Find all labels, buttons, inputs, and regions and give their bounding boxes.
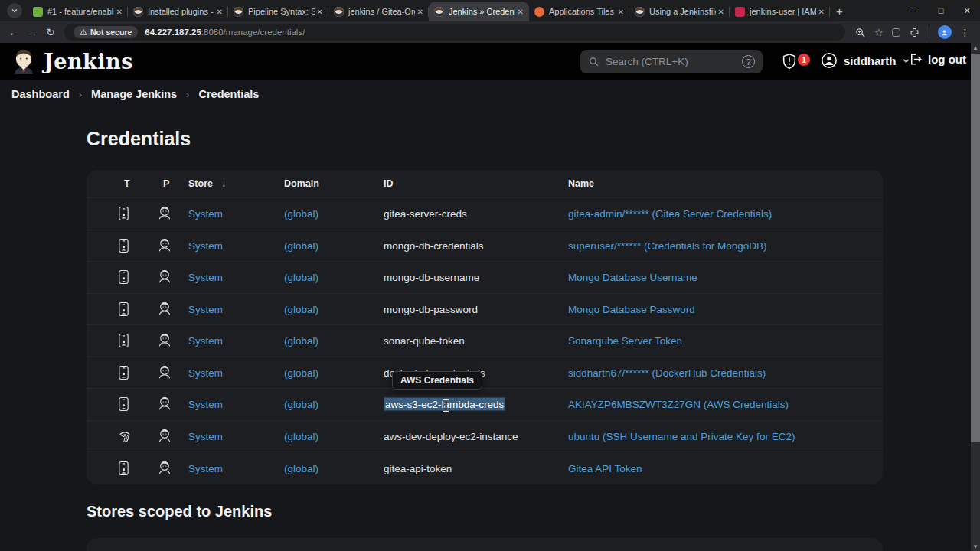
credential-id[interactable]: aws-dev-deploy-ec2-instance (384, 430, 518, 442)
column-header-provider[interactable]: P (163, 178, 169, 189)
store-link[interactable]: System (188, 335, 223, 347)
user-menu[interactable]: siddharth (821, 52, 910, 69)
scrollbar-thumb[interactable] (971, 54, 980, 442)
column-header-type[interactable]: T (124, 178, 130, 189)
tab-close-icon[interactable]: ✕ (116, 8, 122, 16)
tab-close-icon[interactable]: ✕ (618, 8, 624, 16)
store-link[interactable]: System (188, 462, 223, 474)
aws-favicon-icon (735, 7, 745, 17)
url-text: 64.227.187.25:8080/manage/credentials/ (145, 28, 305, 37)
back-button[interactable]: ← (5, 26, 23, 38)
browser-tab[interactable]: Pipeline Syntax: Snippet G ✕ (228, 2, 328, 21)
store-link[interactable]: System (188, 272, 223, 283)
page-scrollbar[interactable]: ▲ ▼ (971, 43, 980, 551)
domain-link[interactable]: (global) (284, 303, 318, 315)
domain-link[interactable]: (global) (284, 399, 318, 410)
breadcrumb-dashboard[interactable]: Dashboard (11, 88, 70, 100)
argo-favicon-icon (534, 7, 544, 17)
domain-link[interactable]: (global) (284, 462, 318, 474)
close-button[interactable]: ✕ (954, 6, 980, 16)
security-chip[interactable]: Not secure (74, 26, 138, 38)
browser-tab[interactable]: Applications Tiles - Argo ✕ (529, 2, 629, 21)
credential-name-link[interactable]: Mongo Database Password (568, 303, 695, 315)
toolbar-divider (929, 27, 929, 37)
tooltip-text: AWS Credentials (400, 375, 474, 386)
store-link[interactable]: System (188, 399, 223, 410)
security-label: Not secure (90, 28, 132, 37)
table-row: System (global) mongo-db-password Mongo … (87, 294, 883, 326)
logout-button[interactable]: log out (908, 52, 966, 67)
column-header-store[interactable]: Store (188, 178, 213, 189)
profile-avatar[interactable] (938, 25, 952, 39)
new-tab-button[interactable]: + (836, 5, 843, 18)
credential-id[interactable]: gitea-server-creds (384, 208, 467, 220)
store-link[interactable]: System (188, 430, 223, 442)
credential-name-link[interactable]: AKIAYZP6MBSZWT3Z27GN (AWS Credentials) (568, 399, 789, 410)
credential-name-link[interactable]: ubuntu (SSH Username and Private Key for… (568, 430, 795, 442)
domain-link[interactable]: (global) (284, 208, 318, 220)
usercard-credential-icon (117, 364, 130, 380)
domain-link[interactable]: (global) (284, 240, 318, 251)
browser-tab[interactable]: jenkins-user | IAM | Globa ✕ (730, 2, 830, 21)
credential-id[interactable]: gitea-api-token (384, 462, 452, 474)
browser-tab[interactable]: Installed plugins - Plugins ✕ (128, 2, 228, 21)
jenkins-header: Jenkins Search (CTRL+K) ? 1 siddharth lo… (0, 43, 971, 80)
usercard-credential-icon (117, 333, 130, 349)
notifications-button[interactable]: 1 (781, 52, 812, 70)
browser-tab[interactable]: jenkins / Gitea-Organizat ✕ (328, 2, 429, 21)
domain-link[interactable]: (global) (284, 335, 318, 347)
scroll-down-icon[interactable]: ▼ (971, 542, 980, 551)
store-link[interactable]: System (188, 367, 223, 378)
maximize-button[interactable]: □ (928, 6, 954, 15)
domain-link[interactable]: (global) (284, 272, 318, 283)
domain-link[interactable]: (global) (284, 430, 318, 442)
usercard-credential-icon (117, 237, 130, 253)
minimize-button[interactable]: ─ (902, 6, 928, 15)
tab-close-icon[interactable]: ✕ (217, 8, 223, 16)
reload-button[interactable]: ↻ (41, 26, 60, 38)
logout-icon (908, 52, 923, 67)
credential-id[interactable]: mongo-db-username (384, 272, 479, 283)
tab-close-icon[interactable]: ✕ (718, 8, 724, 16)
zoom-icon[interactable] (854, 27, 866, 38)
search-input[interactable]: Search (CTRL+K) ? (580, 50, 763, 73)
address-bar[interactable]: Not secure 64.227.187.25:8080/manage/cre… (64, 24, 845, 41)
credential-name-link[interactable]: siddharth67/****** (DockerHub Credential… (568, 367, 766, 378)
credential-type-icon-cell (117, 206, 130, 222)
jenkins-brand[interactable]: Jenkins (11, 47, 133, 76)
browser-tab[interactable]: #1 - feature/enabling-cic ✕ (28, 2, 128, 21)
tab-close-icon[interactable]: ✕ (518, 8, 524, 16)
bookmark-star-icon[interactable]: ☆ (874, 27, 884, 38)
help-icon[interactable]: ? (742, 55, 755, 68)
page-title: Credentials (87, 128, 191, 150)
credential-name-link[interactable]: Sonarqube Server Token (568, 335, 682, 347)
browser-tab[interactable]: Using a Jenkinsfile ✕ (629, 2, 730, 21)
column-header-domain[interactable]: Domain (284, 178, 319, 189)
tab-search-button[interactable] (7, 3, 22, 18)
credential-name-link[interactable]: superuser/****** (Credentials for MongoD… (568, 240, 767, 251)
extension-icon[interactable] (892, 28, 900, 37)
browser-tab[interactable]: Jenkins » Credentials [Jen ✕ (429, 2, 529, 21)
browser-menu-icon[interactable]: ⋮ (960, 27, 970, 38)
forward-button[interactable]: → (23, 26, 41, 38)
jenkins-butler-logo-icon (11, 47, 37, 76)
store-link[interactable]: System (188, 240, 223, 251)
breadcrumb-manage-jenkins[interactable]: Manage Jenkins (91, 88, 177, 100)
extensions-puzzle-icon[interactable] (909, 27, 920, 38)
tab-close-icon[interactable]: ✕ (818, 8, 825, 16)
column-header-id[interactable]: ID (384, 178, 394, 189)
credential-id[interactable]: mongo-db-credentials (384, 240, 484, 251)
tab-close-icon[interactable]: ✕ (317, 8, 323, 16)
credential-name-link[interactable]: Mongo Database Username (568, 272, 697, 283)
domain-link[interactable]: (global) (284, 367, 318, 378)
credential-id[interactable]: sonar-qube-token (384, 335, 465, 347)
column-header-name[interactable]: Name (568, 178, 594, 189)
credential-id[interactable]: mongo-db-password (384, 303, 478, 315)
store-link[interactable]: System (188, 303, 223, 315)
credential-name-link[interactable]: gitea-admin/****** (Gitea Server Credent… (568, 208, 772, 220)
credential-name-link[interactable]: Gitea API Token (568, 462, 642, 474)
breadcrumb-credentials[interactable]: Credentials (198, 88, 259, 100)
scroll-up-icon[interactable]: ▲ (971, 43, 980, 52)
tab-close-icon[interactable]: ✕ (417, 8, 423, 16)
store-link[interactable]: System (188, 208, 223, 220)
